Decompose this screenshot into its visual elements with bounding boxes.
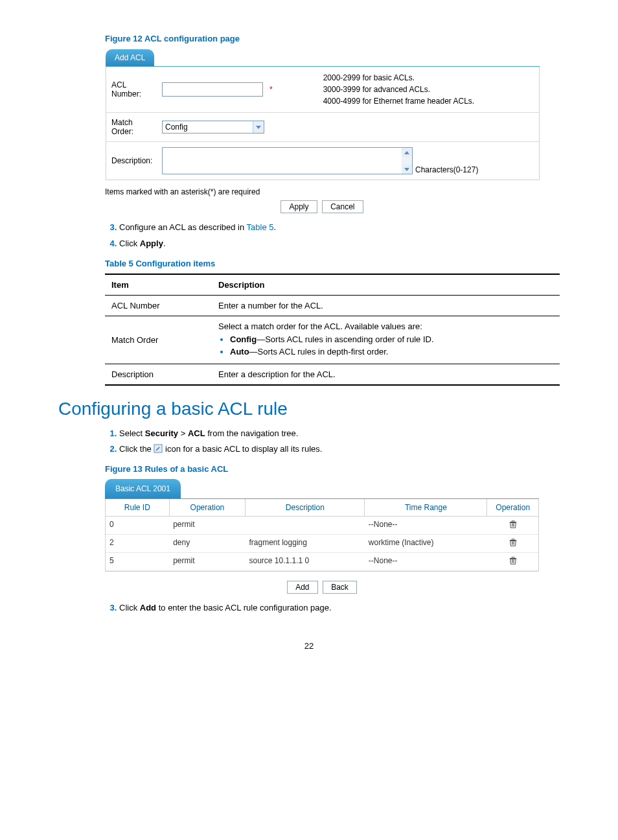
figure13-screenshot: Basic ACL 2001 Rule ID Operation Descrip…: [105, 479, 539, 572]
cell-ruleid: 0: [106, 517, 169, 534]
trash-icon[interactable]: [509, 520, 518, 529]
table-row: 5permitsource 10.1.1.1 0--None--: [106, 553, 538, 571]
col-operation: Operation: [170, 499, 246, 516]
text: Add: [140, 603, 156, 612]
text: Configure an ACL as described in: [119, 222, 247, 232]
text: —Sorts ACL rules in ascending order of r…: [257, 334, 433, 344]
table-row: 0permit--None--: [106, 517, 538, 535]
text: icon for a basic ACL to display all its …: [165, 444, 322, 454]
bullet: Auto—Sorts ACL rules in depth-first orde…: [230, 346, 553, 356]
scrollbar[interactable]: [402, 148, 412, 174]
cancel-button[interactable]: Cancel: [322, 200, 363, 213]
edit-icon: [154, 444, 163, 453]
text: >: [178, 428, 188, 438]
add-acl-tab[interactable]: Add ACL: [106, 49, 154, 66]
figure12-caption: Figure 12 ACL configuration page: [105, 34, 560, 43]
text: from the navigation tree.: [205, 428, 299, 438]
cell-ruleid: 2: [106, 535, 169, 552]
back-button[interactable]: Back: [323, 581, 357, 594]
match-order-value: Config: [163, 121, 253, 133]
text: Select a match order for the ACL. Availa…: [218, 321, 553, 331]
match-order-label: Match Order:: [111, 118, 157, 136]
col-operation2: Operation: [487, 499, 538, 516]
table5-caption: Table 5 Configuration items: [105, 259, 560, 268]
char-limit-note: Characters(0-127): [415, 165, 478, 174]
hint-line: 4000-4999 for Ethernet frame header ACLs…: [323, 95, 474, 107]
trash-icon[interactable]: [509, 556, 518, 565]
match-order-select[interactable]: Config: [162, 121, 264, 134]
col-timerange: Time Range: [365, 499, 487, 516]
cell-operation: permit: [169, 553, 245, 570]
basic-acl-tab[interactable]: Basic ACL 2001: [105, 479, 181, 498]
step-2: Click the icon for a basic ACL to displa…: [119, 443, 560, 456]
cell-item: ACL Number: [105, 295, 212, 316]
required-note: Items marked with an asterisk(*) are req…: [105, 187, 560, 196]
text: ACL: [188, 428, 205, 438]
text: to enter the basic ACL rule configuratio…: [156, 603, 332, 612]
cell-operation: deny: [169, 535, 245, 552]
figure12-screenshot: Add ACL ACL Number: * 2000-2999 for basi…: [105, 49, 540, 181]
cell-desc: Enter a description for the ACL.: [212, 364, 560, 385]
step-3: Configure an ACL as described in Table 5…: [119, 221, 560, 235]
acl-number-input[interactable]: [162, 82, 263, 97]
config-items-table: Item Description ACL Number Enter a numb…: [105, 274, 560, 386]
description-textarea[interactable]: [162, 147, 413, 174]
acl-range-hint: 2000-2999 for basic ACLs. 3000-3999 for …: [323, 72, 474, 107]
cell-operation: permit: [169, 517, 245, 534]
col-description: Description: [212, 274, 560, 296]
cell-item: Match Order: [105, 316, 212, 364]
scroll-down-icon[interactable]: [402, 165, 412, 174]
hint-line: 2000-2999 for basic ACLs.: [323, 72, 474, 84]
cell-timerange: worktime (Inactive): [365, 535, 487, 552]
step-1: Select Security > ACL from the navigatio…: [119, 427, 560, 441]
section-heading: Configuring a basic ACL rule: [58, 399, 560, 419]
chevron-down-icon: [253, 121, 264, 133]
table-row: 2denyfragment loggingworktime (Inactive): [106, 535, 538, 553]
cell-delete: [487, 535, 538, 552]
scroll-up-icon[interactable]: [402, 148, 412, 157]
page-number: 22: [58, 641, 560, 651]
cell-timerange: --None--: [365, 517, 487, 534]
text: Config: [230, 334, 257, 344]
cell-timerange: --None--: [365, 553, 487, 570]
cell-description: [246, 517, 365, 534]
instruction-list-2: Select Security > ACL from the navigatio…: [105, 427, 560, 457]
description-label: Description:: [111, 156, 157, 165]
col-ruleid: Rule ID: [106, 499, 170, 516]
text: Select: [119, 428, 145, 438]
add-button[interactable]: Add: [287, 581, 317, 594]
text: .: [163, 239, 166, 248]
step-4: Click Apply.: [119, 237, 560, 251]
text: .: [274, 222, 277, 232]
text: Auto: [230, 347, 249, 356]
text: Click: [119, 603, 140, 612]
cell-delete: [487, 517, 538, 534]
required-star: *: [269, 85, 273, 94]
col-description: Description: [246, 499, 365, 516]
bullet: Config—Sorts ACL rules in ascending orde…: [230, 334, 553, 344]
text: Click: [119, 239, 140, 248]
figure13-caption: Figure 13 Rules of a basic ACL: [105, 464, 560, 474]
text: —Sorts ACL rules in depth-first order.: [249, 347, 389, 356]
rules-header: Rule ID Operation Description Time Range…: [106, 499, 538, 517]
col-item: Item: [105, 274, 212, 296]
instruction-list: Configure an ACL as described in Table 5…: [105, 221, 560, 251]
apply-button[interactable]: Apply: [280, 200, 317, 213]
cell-description: fragment logging: [246, 535, 365, 552]
text: Security: [145, 428, 178, 438]
instruction-list-3: Click Add to enter the basic ACL rule co…: [105, 601, 560, 615]
cell-desc: Select a match order for the ACL. Availa…: [212, 316, 560, 364]
cell-ruleid: 5: [106, 553, 169, 570]
apply-text: Apply: [140, 239, 163, 248]
table5-link[interactable]: Table 5: [247, 222, 274, 232]
step-3b: Click Add to enter the basic ACL rule co…: [119, 601, 560, 615]
cell-desc: Enter a number for the ACL.: [212, 295, 560, 316]
cell-delete: [487, 553, 538, 570]
hint-line: 3000-3999 for advanced ACLs.: [323, 84, 474, 95]
cell-item: Description: [105, 364, 212, 385]
cell-description: source 10.1.1.1 0: [246, 553, 365, 570]
text: Click the: [119, 444, 154, 454]
acl-number-label: ACL Number:: [111, 80, 157, 99]
trash-icon[interactable]: [509, 538, 518, 547]
